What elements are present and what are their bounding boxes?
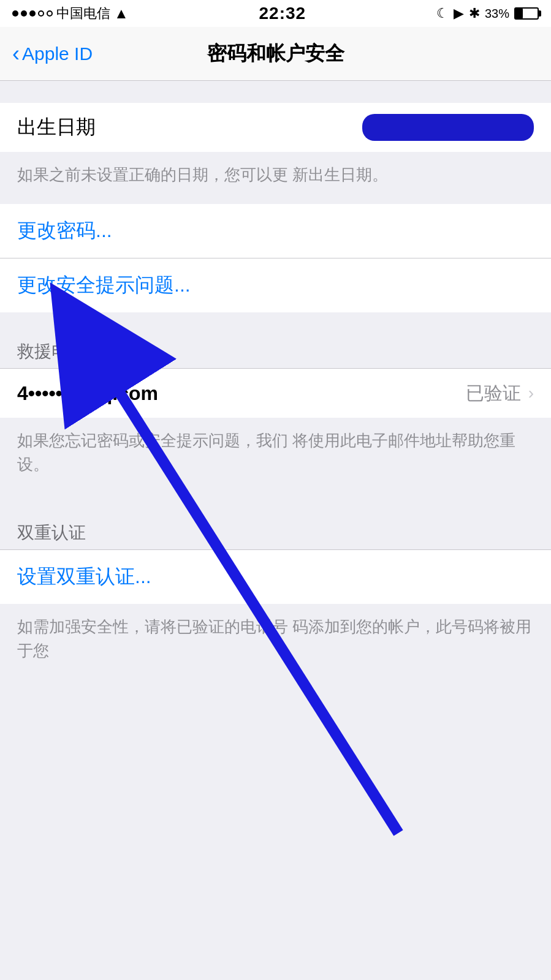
battery-percent: 33% <box>485 7 509 21</box>
status-right: ☾ ▶ ✱ 33% <box>436 6 539 21</box>
two-factor-footer-text: 如需加强安全性，请将已验证的电话号 码添加到您的帐户，此号码将被用于您 <box>17 617 531 660</box>
back-label: Apple ID <box>22 43 93 64</box>
chevron-left-icon: ‹ <box>12 43 20 65</box>
two-factor-header: 双重认证 <box>17 521 86 545</box>
change-security-hint-row[interactable]: 更改安全提示问题... <box>0 258 551 312</box>
security-section: 更改密码... 更改安全提示问题... <box>0 204 551 312</box>
birthdate-footer-text: 如果之前未设置正确的日期，您可以更 新出生日期。 <box>17 165 388 184</box>
birthdate-redacted <box>362 114 534 141</box>
rescue-email-footer: 如果您忘记密码或安全提示问题，我们 将使用此电子邮件地址帮助您重设。 <box>0 418 551 494</box>
two-factor-footer: 如需加强安全性，请将已验证的电话号 码添加到您的帐户，此号码将被用于您 <box>0 604 551 680</box>
status-bar: 中国电信 ▲ 22:32 ☾ ▶ ✱ 33% <box>0 0 551 27</box>
section-gap-3 <box>0 494 551 516</box>
birthdate-value <box>362 114 534 141</box>
dot-3 <box>29 10 36 17</box>
chevron-right-icon: › <box>528 383 534 403</box>
status-left: 中国电信 ▲ <box>12 4 129 23</box>
change-security-hint-label: 更改安全提示问题... <box>17 258 191 312</box>
change-password-label: 更改密码... <box>17 204 112 258</box>
dot-2 <box>21 10 27 17</box>
change-password-row[interactable]: 更改密码... <box>0 204 551 258</box>
bluetooth-icon: ✱ <box>469 6 480 21</box>
rescue-email-address: 4••••••@qq.com <box>17 382 158 405</box>
birthdate-label: 出生日期 <box>17 114 96 141</box>
rescue-email-row[interactable]: 4••••••@qq.com 已验证 › <box>0 369 551 418</box>
dot-1 <box>12 10 18 17</box>
section-gap-2 <box>0 312 551 334</box>
rescue-email-footer-text: 如果您忘记密码或安全提示问题，我们 将使用此电子邮件地址帮助您重设。 <box>17 431 515 473</box>
two-factor-section: 双重认证 设置双重认证... <box>0 516 551 604</box>
setup-two-factor-label: 设置双重认证... <box>17 550 151 604</box>
page-wrapper: 中国电信 ▲ 22:32 ☾ ▶ ✱ 33% ‹ Apple ID 密码和帐户安… <box>0 0 551 680</box>
back-button[interactable]: ‹ Apple ID <box>12 43 93 65</box>
verified-label: 已验证 <box>466 381 521 406</box>
rescue-email-header-row: 救援电子邮件地址 <box>0 334 551 369</box>
two-factor-header-row: 双重认证 <box>0 516 551 550</box>
dot-5 <box>47 10 53 17</box>
signal-dots <box>12 10 53 17</box>
moon-icon: ☾ <box>436 6 449 21</box>
setup-two-factor-row[interactable]: 设置双重认证... <box>0 550 551 604</box>
rescue-email-header: 救援电子邮件地址 <box>17 340 154 363</box>
wifi-icon: ▲ <box>114 5 129 22</box>
page-title: 密码和帐户安全 <box>207 40 344 67</box>
status-time: 22:32 <box>259 4 306 23</box>
birthdate-footer: 如果之前未设置正确的日期，您可以更 新出生日期。 <box>0 152 551 204</box>
carrier-label: 中国电信 <box>56 4 110 23</box>
rescue-email-verified: 已验证 › <box>466 381 534 406</box>
battery-icon <box>514 7 539 20</box>
battery-fill <box>515 9 523 18</box>
birthdate-section: 出生日期 <box>0 103 551 152</box>
nav-bar: ‹ Apple ID 密码和帐户安全 <box>0 27 551 81</box>
dot-4 <box>38 10 44 17</box>
section-gap-1 <box>0 81 551 103</box>
rescue-email-section: 救援电子邮件地址 4••••••@qq.com 已验证 › <box>0 334 551 418</box>
battery-container <box>514 7 539 20</box>
location-icon: ▶ <box>454 6 464 21</box>
birthdate-row[interactable]: 出生日期 <box>0 103 551 152</box>
